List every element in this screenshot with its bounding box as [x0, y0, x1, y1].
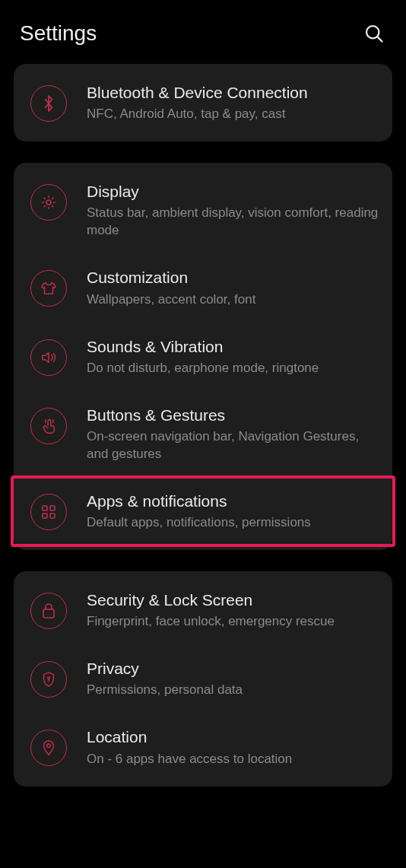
row-subtitle: On-screen navigation bar, Navigation Ges…	[87, 428, 379, 463]
row-subtitle: Do not disturb, earphone mode, ringtone	[87, 360, 379, 377]
lock-icon	[30, 593, 67, 629]
svg-rect-15	[43, 609, 54, 618]
settings-group: Display Status bar, ambient display, vis…	[14, 163, 392, 550]
row-title: Security & Lock Screen	[87, 590, 379, 610]
settings-row-privacy[interactable]: Privacy Permissions, personal data	[14, 644, 392, 713]
settings-row-customization[interactable]: Customization Wallpapers, accent color, …	[14, 253, 392, 322]
settings-row-display[interactable]: Display Status bar, ambient display, vis…	[14, 167, 392, 253]
header: Settings	[0, 0, 406, 64]
settings-row-bluetooth[interactable]: Bluetooth & Device Connection NFC, Andro…	[14, 68, 392, 137]
settings-row-apps-notifications[interactable]: Apps & notifications Default apps, notif…	[12, 477, 394, 545]
row-subtitle: Default apps, notifications, permissions	[87, 514, 376, 532]
row-subtitle: On - 6 apps have access to location	[87, 751, 379, 768]
row-title: Bluetooth & Device Connection	[87, 83, 379, 103]
tshirt-icon	[30, 270, 67, 307]
row-text: Customization Wallpapers, accent color, …	[87, 267, 379, 308]
settings-row-sounds[interactable]: Sounds & Vibration Do not disturb, earph…	[14, 323, 392, 391]
svg-line-10	[52, 198, 53, 199]
row-subtitle: Fingerprint, face unlock, emergency resc…	[87, 613, 379, 631]
search-icon	[363, 23, 385, 44]
row-text: Display Status bar, ambient display, vis…	[87, 181, 379, 240]
search-button[interactable]	[362, 21, 386, 46]
page-title: Settings	[20, 21, 97, 46]
row-text: Buttons & Gestures On-screen navigation …	[87, 405, 379, 463]
svg-line-7	[44, 198, 45, 199]
row-subtitle: NFC, Android Auto, tap & pay, cast	[87, 106, 379, 123]
shield-icon	[30, 661, 67, 698]
row-text: Sounds & Vibration Do not disturb, earph…	[87, 336, 379, 377]
svg-line-1	[377, 37, 382, 41]
settings-row-security[interactable]: Security & Lock Screen Fingerprint, face…	[14, 576, 392, 644]
row-title: Apps & notifications	[87, 491, 376, 511]
svg-rect-11	[43, 506, 47, 510]
row-title: Customization	[87, 268, 379, 288]
apps-grid-icon	[30, 494, 67, 530]
row-text: Privacy Permissions, personal data	[87, 658, 379, 699]
svg-rect-13	[43, 513, 47, 518]
row-subtitle: Permissions, personal data	[87, 682, 379, 699]
row-title: Location	[87, 727, 379, 747]
brightness-icon	[30, 184, 67, 221]
svg-line-8	[52, 206, 53, 207]
row-title: Sounds & Vibration	[87, 337, 379, 357]
touch-icon	[30, 408, 67, 444]
row-text: Security & Lock Screen Fingerprint, face…	[87, 590, 379, 631]
settings-row-location[interactable]: Location On - 6 apps have access to loca…	[14, 713, 392, 781]
row-text: Apps & notifications Default apps, notif…	[87, 491, 376, 532]
row-subtitle: Status bar, ambient display, vision comf…	[87, 205, 379, 240]
settings-group: Bluetooth & Device Connection NFC, Andro…	[14, 64, 392, 141]
row-title: Privacy	[87, 659, 379, 679]
svg-line-9	[44, 206, 45, 207]
svg-rect-12	[50, 506, 55, 510]
row-text: Location On - 6 apps have access to loca…	[87, 727, 379, 768]
settings-group: Security & Lock Screen Fingerprint, face…	[14, 571, 392, 787]
settings-list: Bluetooth & Device Connection NFC, Andro…	[0, 64, 406, 787]
settings-row-buttons-gestures[interactable]: Buttons & Gestures On-screen navigation …	[14, 391, 392, 477]
row-title: Display	[87, 182, 379, 202]
bluetooth-icon	[30, 85, 67, 122]
svg-point-18	[47, 744, 51, 748]
svg-rect-14	[50, 513, 55, 518]
location-pin-icon	[30, 730, 67, 766]
svg-point-16	[48, 677, 50, 679]
row-subtitle: Wallpapers, accent color, font	[87, 291, 379, 309]
speaker-icon	[30, 339, 67, 376]
svg-point-2	[46, 200, 51, 205]
row-title: Buttons & Gestures	[87, 405, 379, 425]
row-text: Bluetooth & Device Connection NFC, Andro…	[87, 82, 379, 123]
